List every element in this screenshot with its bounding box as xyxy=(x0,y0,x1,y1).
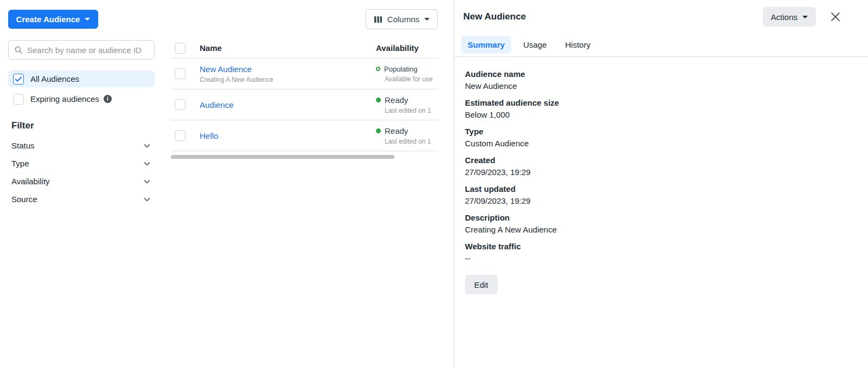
field-value: 27/09/2023, 19:29 xyxy=(465,166,857,178)
field-value: -- xyxy=(465,253,857,264)
audience-name-link[interactable]: Audience xyxy=(200,100,376,109)
checkmark-icon xyxy=(15,75,22,83)
table-body: New Audience Creating A New Audience Pop… xyxy=(171,59,438,151)
close-icon xyxy=(831,12,840,22)
audience-detail-panel: New Audience Actions Summary Usage Histo… xyxy=(454,0,868,368)
field-label: Audience name xyxy=(465,68,857,80)
chevron-down-icon xyxy=(85,18,90,21)
status-detail: Last edited on 1 xyxy=(385,107,438,114)
status-detail: Available for use xyxy=(385,75,438,83)
field-audience-name: Audience name New Audience xyxy=(465,68,857,92)
audience-name-link[interactable]: New Audience xyxy=(200,64,376,74)
chevron-down-icon xyxy=(424,18,430,21)
filter-heading: Filter xyxy=(11,120,155,131)
field-value: Custom Audience xyxy=(465,138,857,149)
horizontal-scrollbar[interactable] xyxy=(171,155,394,159)
tab-usage[interactable]: Usage xyxy=(516,36,553,54)
filter-source[interactable]: Source xyxy=(8,190,155,208)
field-label: Created xyxy=(465,154,857,166)
panel-title: New Audience xyxy=(463,11,526,22)
panel-header: New Audience Actions xyxy=(455,0,868,27)
row-checkbox[interactable] xyxy=(175,68,186,79)
filter-type-label: Type xyxy=(11,159,29,168)
audience-search[interactable] xyxy=(8,40,155,60)
filter-availability[interactable]: Availability xyxy=(8,172,155,190)
actions-button[interactable]: Actions xyxy=(763,7,816,27)
field-label: Website traffic xyxy=(465,241,857,252)
filter-status-label: Status xyxy=(11,141,35,150)
field-label: Description xyxy=(465,212,857,223)
create-audience-button[interactable]: Create Audience xyxy=(8,10,98,29)
status-ready-icon xyxy=(376,128,381,133)
audience-name-link[interactable]: Hello xyxy=(200,131,376,140)
search-icon xyxy=(14,46,23,54)
field-description: Description Creating A New Audience xyxy=(465,212,857,235)
info-icon: i xyxy=(104,95,112,103)
chevron-down-icon xyxy=(802,16,808,18)
field-value: New Audience xyxy=(465,80,857,92)
filter-all-audiences[interactable]: All Audiences xyxy=(8,70,155,87)
row-checkbox[interactable] xyxy=(175,99,186,110)
all-audiences-label: All Audiences xyxy=(30,74,79,83)
columns-button[interactable]: Columns xyxy=(366,9,438,29)
status-ready-icon xyxy=(376,98,381,102)
chevron-down-icon xyxy=(143,159,151,168)
filter-availability-label: Availability xyxy=(11,177,50,186)
chevron-down-icon xyxy=(143,177,151,186)
status-text: Ready xyxy=(385,126,408,135)
columns-button-label: Columns xyxy=(387,15,419,24)
chevron-down-icon xyxy=(143,141,151,150)
status-text: Populating xyxy=(384,65,417,73)
field-value: Below 1,000 xyxy=(465,109,857,120)
field-label: Last updated xyxy=(465,183,857,195)
table-row[interactable]: Hello Ready Last edited on 1 xyxy=(171,120,438,151)
column-header-availability: Availability xyxy=(376,43,438,53)
audiences-sidebar: Create Audience All Audiences Expiring a… xyxy=(8,10,155,208)
table-row[interactable]: New Audience Creating A New Audience Pop… xyxy=(171,59,438,89)
close-button[interactable] xyxy=(829,10,842,23)
row-checkbox[interactable] xyxy=(175,130,186,141)
expiring-audiences-label: Expiring audiences xyxy=(30,94,99,104)
panel-tabs: Summary Usage History xyxy=(461,36,868,54)
chevron-down-icon xyxy=(143,195,151,204)
table-row[interactable]: Audience Ready Last edited on 1 xyxy=(171,89,438,120)
tab-summary[interactable]: Summary xyxy=(461,36,511,54)
table-header: Name Availability xyxy=(171,38,438,59)
status-text: Ready xyxy=(385,95,408,105)
search-input[interactable] xyxy=(27,46,149,55)
field-created: Created 27/09/2023, 19:29 xyxy=(465,154,857,178)
field-label: Type xyxy=(465,126,857,137)
field-website-traffic: Website traffic -- xyxy=(465,241,857,264)
field-last-updated: Last updated 27/09/2023, 19:29 xyxy=(465,183,857,206)
status-populating-icon xyxy=(376,67,380,71)
columns-icon xyxy=(374,16,382,23)
filter-expiring-audiences[interactable]: Expiring audiences i xyxy=(8,91,155,107)
tab-history[interactable]: History xyxy=(559,36,597,54)
column-header-name: Name xyxy=(200,43,376,53)
field-type: Type Custom Audience xyxy=(465,126,857,149)
audience-subtitle: Creating A New Audience xyxy=(200,76,376,83)
field-estimated-size: Estimated audience size Below 1,000 xyxy=(465,97,857,120)
audiences-table: Columns Name Availability New Audience C… xyxy=(171,0,438,347)
filter-type[interactable]: Type xyxy=(8,154,155,172)
summary-content: Audience name New Audience Estimated aud… xyxy=(455,57,868,294)
create-audience-label: Create Audience xyxy=(16,15,80,24)
filter-source-label: Source xyxy=(11,195,37,204)
field-value: 27/09/2023, 19:29 xyxy=(465,195,857,206)
actions-button-label: Actions xyxy=(771,12,797,22)
field-label: Estimated audience size xyxy=(465,97,857,108)
all-audiences-checkbox[interactable] xyxy=(13,74,24,85)
select-all-checkbox[interactable] xyxy=(175,43,186,54)
edit-button[interactable]: Edit xyxy=(465,275,497,294)
filter-status[interactable]: Status xyxy=(8,137,155,154)
field-value: Creating A New Audience xyxy=(465,224,857,235)
status-detail: Last edited on 1 xyxy=(385,138,438,145)
expiring-audiences-checkbox[interactable] xyxy=(13,94,24,105)
